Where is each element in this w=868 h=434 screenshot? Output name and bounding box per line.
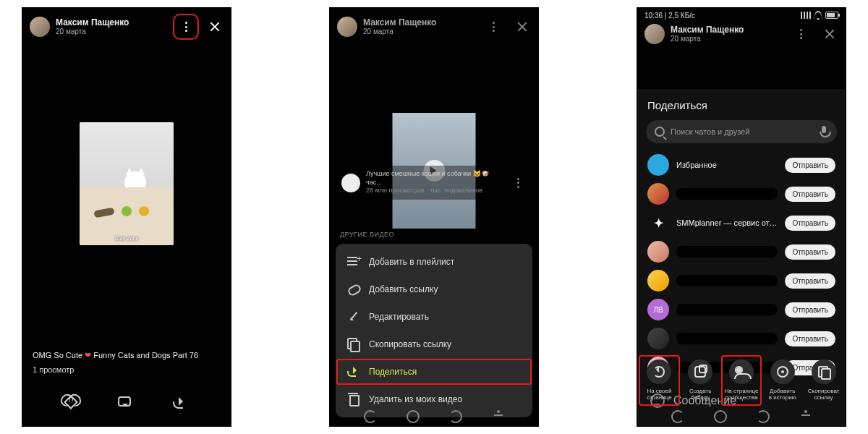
trash-icon [347,393,360,406]
group-icon [735,366,748,378]
send-button[interactable]: Отправить [785,244,835,260]
close-button[interactable] [514,18,531,35]
share-create-chat[interactable]: Создать беседу [680,355,721,406]
thumb-caption: Cute Zone [80,236,174,241]
share-icon [347,365,360,378]
share-icon [173,397,187,409]
share-own-page[interactable]: На своей странице [639,355,680,406]
status-bar: 10:36 | 2,5 КБ/с [637,8,846,20]
copy-icon [818,366,830,378]
send-button[interactable]: Отправить [785,302,835,318]
contact-row[interactable]: Отправить [642,179,841,208]
share-title: Поделиться [642,99,841,120]
copy-icon [347,338,360,351]
recommended-title: Лучшие смешные кошки и собачки 🐱🐶 час... [366,170,503,187]
share-copy-link[interactable]: Скопироват ссылку [803,355,844,406]
contact-avatar: ✦ [647,212,669,234]
close-button[interactable] [206,18,224,35]
system-nav-bar [637,410,846,423]
kebab-icon [493,22,495,32]
recommended-video-row[interactable]: Лучшие смешные кошки и собачки 🐱🐶 час...… [337,166,531,200]
screenshot-1: Максим Пащенко 20 марта Cute Zone OMG So… [22,7,231,427]
nav-accessibility-icon[interactable] [492,410,505,423]
contact-row[interactable]: ЛВ Отправить [642,295,841,324]
system-nav-bar [330,410,538,423]
contact-name-redacted [676,188,778,200]
wifi-icon [814,11,822,20]
post-date: 20 марта [363,27,436,35]
story-icon [777,366,788,378]
contact-smmplanner[interactable]: ✦ SMMplanner — сервис отло... Отправить [642,208,841,237]
like-button[interactable] [63,394,80,412]
reaction-bar [22,394,231,412]
post-date: 20 марта [671,35,744,43]
share-community-page[interactable]: На странице сообщества [721,355,762,406]
contact-row[interactable]: Отправить [642,266,841,295]
nav-back-icon[interactable] [449,410,462,423]
send-button[interactable]: Отправить [785,187,835,202]
share-button[interactable] [173,394,190,412]
author-block: Максим Пащенко 20 марта [56,18,129,35]
author-avatar[interactable] [644,24,665,44]
contact-favorites[interactable]: Избранное Отправить [642,150,841,179]
author-avatar[interactable] [337,17,357,37]
repost-icon [653,366,665,378]
heart-emoji: ❤ [85,351,91,359]
contact-avatar [647,270,669,292]
search-field[interactable]: Поиск чатов и друзей [646,120,837,143]
send-button[interactable]: Отправить [785,158,835,173]
send-button[interactable]: Отправить [785,216,835,231]
menu-add-playlist[interactable]: Добавить в плейлист [336,248,532,276]
post-header: Максим Пащенко 20 марта [22,8,231,43]
more-options-button[interactable] [792,25,809,43]
contact-name: SMMplanner — сервис отло... [676,218,778,227]
menu-share[interactable]: Поделиться [336,358,532,386]
screenshot-2: Максим Пащенко 20 марта Лучшие смешные к… [329,7,539,427]
contact-row[interactable]: Отправить [642,324,841,353]
author-name[interactable]: Максим Пащенко [671,25,744,35]
recommended-meta: Лучшие смешные кошки и собачки 🐱🐶 час...… [366,170,503,195]
contact-name: Избранное [676,161,778,169]
author-name[interactable]: Максим Пащенко [56,18,129,27]
nav-back-icon[interactable] [757,410,770,423]
other-videos-label: ДРУГИЕ ВИДЕО [340,231,394,238]
menu-add-link[interactable]: Добавить ссылку [336,276,532,303]
post-header: Максим Пащенко 20 марта [330,8,538,43]
video-thumbnail[interactable]: Cute Zone [80,122,174,245]
search-icon [655,127,665,137]
nav-recent-icon[interactable] [364,410,377,423]
more-options-button[interactable] [177,18,195,35]
nav-home-icon[interactable] [714,410,727,423]
send-button[interactable]: Отправить [785,331,835,346]
kebab-icon [185,22,187,32]
kebab-icon [800,29,802,39]
recommended-more-icon[interactable] [509,174,527,192]
nav-home-icon[interactable] [407,410,420,423]
screenshot-3: 10:36 | 2,5 КБ/с Максим Пащенко 20 марта… [637,7,846,427]
mic-icon[interactable] [820,126,828,137]
author-block: Максим Пащенко 20 марта [363,18,436,35]
send-button[interactable]: Отправить [785,273,835,289]
nav-accessibility-icon[interactable] [799,410,812,423]
post-header: Максим Пащенко 20 марта [637,20,846,50]
context-menu: Добавить в плейлист Добавить ссылку Реда… [336,244,532,417]
menu-edit[interactable]: Редактировать [336,303,532,331]
more-options-button[interactable] [485,18,502,35]
share-targets: На своей странице Создать беседу На стра… [637,355,846,406]
contact-name-redacted [676,333,778,344]
contact-name-redacted [676,246,778,258]
link-icon [347,283,360,296]
author-block: Максим Пащенко 20 марта [671,25,744,43]
heart-icon [64,395,78,409]
share-add-story[interactable]: Добавить в историю [762,355,803,406]
contact-name-redacted [676,275,778,286]
search-placeholder: Поиск чатов и друзей [671,127,814,136]
close-button[interactable] [821,25,838,43]
contact-row[interactable]: Отправить [642,237,841,266]
nav-recent-icon[interactable] [671,410,684,423]
author-name[interactable]: Максим Пащенко [363,18,436,27]
comment-button[interactable] [118,394,135,412]
author-avatar[interactable] [30,17,50,37]
menu-delete[interactable]: Удалить из моих видео [336,386,532,413]
menu-copy-link[interactable]: Скопировать ссылку [336,331,532,358]
